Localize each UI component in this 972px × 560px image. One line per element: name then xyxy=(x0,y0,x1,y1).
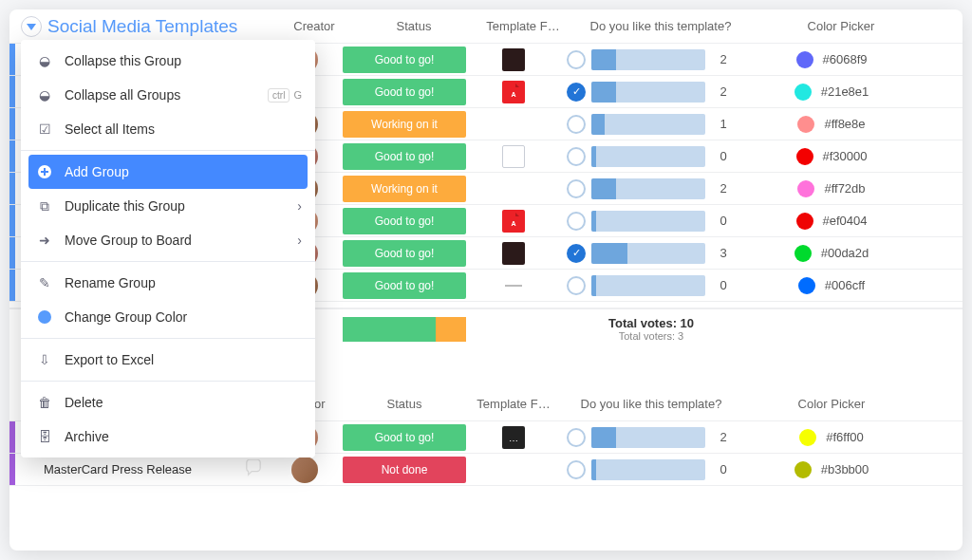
vote-toggle[interactable] xyxy=(567,212,586,231)
status-cell[interactable]: Working on it xyxy=(343,176,466,202)
plus-circle-icon xyxy=(34,164,55,179)
keyboard-shortcut: ctrl xyxy=(268,88,290,103)
color-cell[interactable]: #ff72db xyxy=(746,173,917,205)
vote-bar xyxy=(591,243,705,264)
menu-add-group[interactable]: Add Group xyxy=(28,155,308,189)
status-cell[interactable]: Good to go! xyxy=(343,272,466,299)
column-header-status[interactable]: Status xyxy=(347,19,480,33)
color-swatch xyxy=(798,277,815,294)
color-cell[interactable]: #6068f9 xyxy=(746,44,917,76)
menu-delete[interactable]: 🗑 Delete xyxy=(21,385,315,420)
color-swatch xyxy=(799,429,816,446)
vote-toggle[interactable] xyxy=(567,50,586,69)
menu-duplicate[interactable]: ⧉ Duplicate this Group › xyxy=(21,189,315,223)
color-hex: #00da2d xyxy=(821,246,869,260)
svg-marker-0 xyxy=(27,24,36,30)
table-row: MasterCard Press Release Not done 0 #b3b… xyxy=(9,454,963,486)
menu-archive[interactable]: 🗄 Archive xyxy=(21,420,315,454)
column-header-status[interactable]: Status xyxy=(338,397,471,411)
file-thumb-pdf[interactable]: A xyxy=(502,81,525,103)
vote-toggle[interactable] xyxy=(567,179,586,198)
column-header-file[interactable]: Template F… xyxy=(480,19,566,33)
column-header-file[interactable]: Template F… xyxy=(471,397,556,411)
column-header-creator[interactable]: Creator xyxy=(281,19,347,33)
vote-toggle[interactable]: ✓ xyxy=(567,83,586,102)
vote-cell: 0 xyxy=(556,270,746,302)
color-cell[interactable]: #00da2d xyxy=(746,237,917,270)
vote-toggle[interactable] xyxy=(567,147,586,166)
status-cell[interactable]: Good to go! xyxy=(343,208,466,234)
menu-label: Collapse this Group xyxy=(65,53,181,68)
color-swatch xyxy=(796,213,813,230)
menu-change-color[interactable]: Change Group Color xyxy=(21,300,315,334)
chat-icon[interactable] xyxy=(245,459,262,479)
vote-count: 2 xyxy=(711,430,736,444)
status-cell[interactable]: Good to go! xyxy=(343,143,466,170)
status-cell[interactable]: Good to go! xyxy=(343,79,466,105)
board-view: Social Media Templates Creator Status Te… xyxy=(9,9,963,551)
color-cell[interactable]: #ef0404 xyxy=(746,205,917,237)
file-thumb-image[interactable] xyxy=(502,242,525,265)
checkbox-icon: ☑ xyxy=(34,121,55,137)
vote-cell: 2 xyxy=(556,173,746,205)
color-cell[interactable]: #f6ff00 xyxy=(746,421,917,454)
color-swatch xyxy=(796,148,813,165)
color-hex: #6068f9 xyxy=(823,52,868,66)
status-cell[interactable]: Good to go! xyxy=(343,47,466,73)
menu-select-all[interactable]: ☑ Select all Items xyxy=(21,112,315,146)
menu-collapse-this[interactable]: ◒ Collapse this Group xyxy=(21,44,315,78)
color-cell[interactable]: #f30000 xyxy=(746,140,917,173)
group-title[interactable]: Social Media Templates xyxy=(47,16,237,37)
status-cell[interactable]: Not done xyxy=(343,457,466,483)
chevron-right-icon: › xyxy=(297,198,302,214)
duplicate-icon: ⧉ xyxy=(34,198,55,215)
file-thumb-line[interactable] xyxy=(502,274,525,297)
color-cell[interactable]: #ff8e8e xyxy=(746,108,917,140)
color-cell[interactable]: #b3bb00 xyxy=(746,454,917,486)
vote-toggle[interactable] xyxy=(567,460,586,479)
vote-cell: ✓ 2 xyxy=(556,76,746,108)
vote-toggle[interactable]: ✓ xyxy=(567,244,586,263)
column-header-vote[interactable]: Do you like this template? xyxy=(556,397,746,411)
menu-label: Collapse all Groups xyxy=(65,87,180,103)
color-cell[interactable]: #21e8e1 xyxy=(746,76,917,108)
creator-avatar[interactable] xyxy=(291,457,318,483)
archive-icon: 🗄 xyxy=(34,429,55,444)
export-icon: ⇩ xyxy=(34,352,55,367)
menu-export[interactable]: ⇩ Export to Excel xyxy=(21,343,315,377)
menu-move[interactable]: ➜ Move Group to Board › xyxy=(21,223,315,257)
menu-collapse-all[interactable]: ◒ Collapse all Groups ctrl G xyxy=(21,78,315,112)
file-thumb-pdf[interactable]: A xyxy=(502,210,525,233)
vote-count: 2 xyxy=(711,52,736,66)
status-cell[interactable]: Good to go! xyxy=(343,424,466,451)
vote-toggle[interactable] xyxy=(567,428,586,447)
file-thumb-more[interactable]: ⋯ xyxy=(502,426,525,449)
row-name-cell[interactable]: MasterCard Press Release xyxy=(9,454,271,485)
menu-label: Duplicate this Group xyxy=(65,198,185,214)
group-header: Social Media Templates Creator Status Te… xyxy=(9,9,963,44)
file-thumb-doc[interactable] xyxy=(502,145,525,168)
vote-toggle[interactable] xyxy=(567,276,586,295)
column-header-color[interactable]: Color Picker xyxy=(756,19,926,33)
svg-text:A: A xyxy=(511,91,515,98)
menu-label: Move Group to Board xyxy=(65,233,192,248)
menu-rename[interactable]: ✎ Rename Group xyxy=(21,266,315,300)
group-collapse-toggle[interactable] xyxy=(21,16,42,37)
status-cell[interactable]: Good to go! xyxy=(343,240,466,267)
color-swatch xyxy=(794,245,812,262)
vote-count: 3 xyxy=(711,246,736,260)
file-thumb-image[interactable] xyxy=(502,48,525,71)
status-cell[interactable]: Working on it xyxy=(343,111,466,138)
color-hex: #006cff xyxy=(825,278,865,292)
color-hex: #ff8e8e xyxy=(824,117,865,131)
column-header-vote[interactable]: Do you like this template? xyxy=(566,19,756,33)
vote-cell: 0 xyxy=(556,205,746,237)
color-cell[interactable]: #006cff xyxy=(746,270,917,302)
column-header-color[interactable]: Color Picker xyxy=(746,397,917,411)
collapse-all-icon: ◒ xyxy=(34,87,55,103)
menu-label: Select all Items xyxy=(65,121,155,137)
color-swatch xyxy=(797,116,814,133)
vote-cell: 2 xyxy=(556,421,746,454)
vote-toggle[interactable] xyxy=(567,115,586,134)
move-icon: ➜ xyxy=(34,233,55,248)
